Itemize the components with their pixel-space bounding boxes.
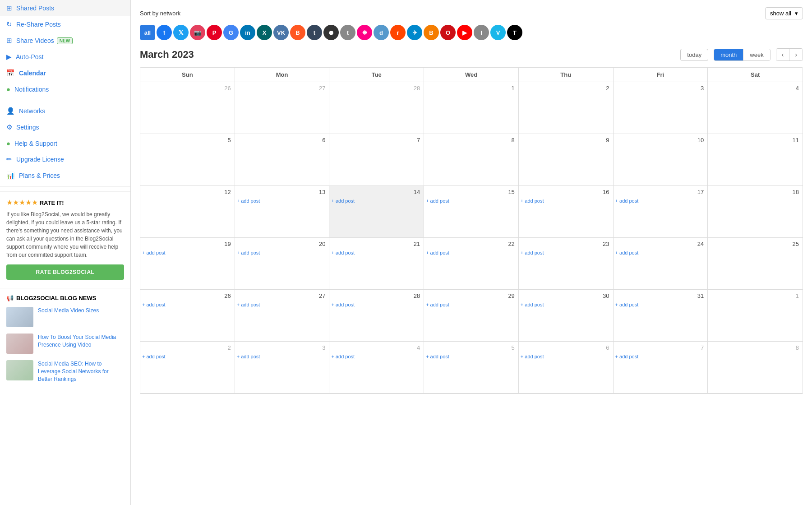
sidebar-item-plans-prices[interactable]: 📊 Plans & Prices — [0, 167, 130, 184]
network-icon-7[interactable]: X — [257, 25, 272, 40]
add-post-link[interactable]: + add post — [142, 250, 233, 255]
network-icon-22[interactable]: T — [507, 25, 522, 40]
add-post-link[interactable]: + add post — [521, 198, 611, 204]
today-button[interactable]: today — [680, 49, 708, 61]
cal-date-number: 22 — [426, 240, 517, 250]
sidebar-item-calendar[interactable]: 📅 Calendar — [0, 65, 130, 81]
add-post-link[interactable]: + add post — [142, 302, 233, 307]
network-icon-11[interactable]: ⏺ — [323, 25, 339, 40]
cal-date-number: 4 — [710, 84, 801, 94]
network-icon-9[interactable]: B — [290, 25, 305, 40]
cal-cell-week1-day0: 5 — [140, 134, 235, 186]
add-post-link[interactable]: + add post — [237, 302, 328, 307]
network-icon-2[interactable]: 𝕏 — [173, 25, 189, 40]
add-post-link[interactable]: + add post — [237, 354, 328, 359]
play-icon: ▶ — [6, 53, 12, 61]
add-post-link[interactable]: + add post — [615, 250, 706, 255]
network-icon-12[interactable]: t — [340, 25, 355, 40]
network-icon-16[interactable]: ✈ — [407, 25, 422, 40]
add-post-link[interactable]: + add post — [331, 250, 422, 255]
sidebar-item-networks[interactable]: 👤 Networks — [0, 103, 130, 119]
add-post-link[interactable]: + add post — [237, 250, 328, 255]
sidebar-item-reshare-posts[interactable]: ↻ Re-Share Posts — [0, 16, 130, 32]
add-post-link[interactable]: + add post — [426, 250, 517, 255]
calendar-body: 26272812345678910111213+ add post14+ add… — [140, 82, 803, 394]
cal-cell-week1-day6: 11 — [708, 134, 803, 186]
network-icon-6[interactable]: in — [240, 25, 255, 40]
sidebar-item-upgrade-license[interactable]: ✏ Upgrade License — [0, 151, 130, 167]
network-icon-13[interactable]: ❋ — [357, 25, 372, 40]
network-icon-14[interactable]: d — [374, 25, 389, 40]
cal-cell-week2-day3: 15+ add post — [424, 186, 519, 238]
blog-post-link-1[interactable]: How To Boost Your Social Media Presence … — [38, 334, 124, 354]
cal-date-number: 11 — [710, 136, 801, 146]
cal-date-number: 18 — [710, 188, 801, 198]
show-all-dropdown[interactable]: show all ▾ — [765, 7, 803, 19]
network-icon-17[interactable]: B — [424, 25, 439, 40]
blog-post-link-0[interactable]: Social Media Video Sizes — [38, 307, 99, 327]
network-icon-0[interactable]: all — [140, 25, 155, 40]
cal-date-number: 26 — [142, 292, 233, 302]
prev-month-button[interactable]: ‹ — [776, 49, 790, 60]
cal-date-number: 13 — [237, 188, 328, 198]
rate-button[interactable]: RATE BLOG2SOCIAL — [6, 264, 124, 280]
cal-date-number: 26 — [142, 84, 233, 94]
pencil-icon: ✏ — [6, 155, 12, 163]
cal-cell-week4-day5: 31+ add post — [614, 290, 708, 342]
sidebar-item-notifications[interactable]: ● Notifications — [0, 81, 130, 97]
network-icon-1[interactable]: f — [157, 25, 172, 40]
add-post-link[interactable]: + add post — [426, 198, 517, 204]
network-icon-19[interactable]: ▶ — [457, 25, 472, 40]
add-post-link[interactable]: + add post — [426, 302, 517, 307]
cal-date-number: 1 — [710, 292, 801, 302]
network-icon-18[interactable]: O — [440, 25, 456, 40]
cal-cell-week5-day3: 5+ add post — [424, 342, 519, 394]
cal-cell-week1-day3: 8 — [424, 134, 519, 186]
network-icon-8[interactable]: VK — [273, 25, 289, 40]
next-month-button[interactable]: › — [789, 49, 803, 60]
network-icon-4[interactable]: P — [207, 25, 222, 40]
network-icon-5[interactable]: G — [223, 25, 239, 40]
add-post-link[interactable]: + add post — [615, 302, 706, 307]
cal-date-number: 14 — [331, 188, 422, 198]
cal-cell-week2-day4: 16+ add post — [519, 186, 614, 238]
add-post-link[interactable]: + add post — [142, 354, 233, 359]
add-post-link[interactable]: + add post — [521, 302, 611, 307]
add-post-link[interactable]: + add post — [521, 250, 611, 255]
sidebar-item-shared-posts[interactable]: ⊞ Shared Posts — [0, 0, 130, 16]
add-post-link[interactable]: + add post — [331, 354, 422, 359]
blog-news-section: 📢 BLOG2SOCIAL BLOG NEWS Social Media Vid… — [0, 288, 130, 395]
sidebar-item-settings[interactable]: ⚙ Settings — [0, 119, 130, 135]
cal-cell-week2-day2: 14+ add post — [329, 186, 424, 238]
cal-date-number: 28 — [331, 292, 422, 302]
cal-cell-week3-day0: 19+ add post — [140, 238, 235, 290]
cal-cell-week1-day2: 7 — [329, 134, 424, 186]
network-icon-20[interactable]: I — [474, 25, 489, 40]
add-post-link[interactable]: + add post — [426, 354, 517, 359]
grid-icon: ⊞ — [6, 4, 12, 12]
network-icon-10[interactable]: t — [307, 25, 322, 40]
help-icon: ● — [6, 139, 10, 147]
cal-date-number: 5 — [426, 343, 517, 354]
megaphone-icon: 📢 — [6, 295, 14, 301]
week-view-button[interactable]: week — [743, 49, 770, 60]
add-post-link[interactable]: + add post — [521, 354, 611, 359]
sidebar-item-auto-post[interactable]: ▶ Auto-Post — [0, 49, 130, 65]
cal-cell-week3-day4: 23+ add post — [519, 238, 614, 290]
add-post-link[interactable]: + add post — [615, 198, 706, 204]
sidebar-item-share-videos[interactable]: ⊞ Share Videos NEW — [0, 32, 130, 49]
add-post-link[interactable]: + add post — [615, 354, 706, 359]
network-icon-21[interactable]: V — [490, 25, 506, 40]
sidebar-item-help-support[interactable]: ● Help & Support — [0, 135, 130, 151]
add-post-link[interactable]: + add post — [331, 302, 422, 307]
add-post-link[interactable]: + add post — [237, 198, 328, 204]
cal-date-number: 29 — [426, 292, 517, 302]
network-icon-15[interactable]: r — [390, 25, 406, 40]
add-post-link[interactable]: + add post — [331, 198, 422, 204]
cal-cell-week0-day2: 28 — [329, 82, 424, 134]
cal-date-number: 19 — [142, 240, 233, 250]
blog-post-link-2[interactable]: Social Media SEO: How to Leverage Social… — [38, 360, 124, 383]
network-icon-3[interactable]: 📷 — [190, 25, 205, 40]
month-view-button[interactable]: month — [714, 49, 743, 60]
new-badge: NEW — [57, 37, 73, 44]
